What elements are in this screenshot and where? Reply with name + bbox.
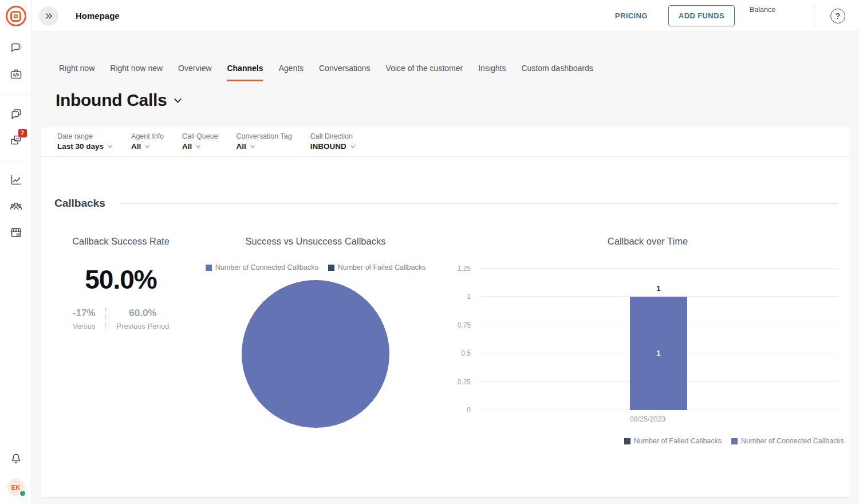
section-divider-line: [119, 203, 838, 204]
filter-label: Agent Info: [131, 132, 164, 140]
kpi-versus-label: Versus: [73, 322, 96, 330]
bar-inside-label: 1: [657, 349, 661, 357]
dashboard-selector[interactable]: Inbound Calls: [56, 90, 859, 110]
tab-custom-dashboards[interactable]: Custom dashboards: [521, 64, 593, 81]
chevron-down-icon: [350, 144, 356, 149]
y-tick-label: 1.25: [458, 265, 471, 273]
pie-chart-block: Success vs Unsuccess Callbacks Number of…: [187, 236, 444, 445]
legend-item: Number of Failed Callbacks: [624, 437, 722, 445]
chevron-down-icon: [195, 144, 201, 149]
sidebar-item-analytics[interactable]: [3, 167, 29, 192]
legend-item: Number of Failed Callbacks: [328, 263, 426, 271]
y-tick-label: 0: [467, 406, 471, 414]
chat-bubble-dots-icon: [9, 41, 23, 55]
kpi-previous-value: 60.0%: [116, 308, 169, 319]
chevron-down-icon: [144, 144, 150, 149]
filter-date-range[interactable]: Date rangeLast 30 days: [57, 132, 113, 151]
tab-agents[interactable]: Agents: [278, 64, 304, 81]
filter-value: All: [237, 142, 292, 151]
question-mark-icon: ?: [836, 11, 841, 21]
collapse-sidebar-button[interactable]: [39, 6, 58, 26]
chevron-down-icon: [107, 144, 113, 149]
kpi-versus-cell: -17% Versus: [62, 308, 106, 330]
stacked-chats-icon: [9, 107, 23, 121]
add-funds-button[interactable]: ADD FUNDS: [668, 5, 735, 26]
sidebar-divider: [0, 94, 32, 94]
double-chevron-right-icon: [44, 11, 54, 21]
dashboard-card: Date rangeLast 30 daysAgent InfoAllCall …: [41, 127, 851, 497]
tab-conversations[interactable]: Conversations: [319, 64, 371, 81]
y-tick-label: 0.25: [458, 378, 471, 386]
tab-voice-of-the-customer[interactable]: Voice of the customer: [386, 64, 463, 81]
chevron-down-icon: [250, 144, 255, 149]
bell-icon: [9, 452, 23, 466]
legend-swatch-icon: [624, 438, 631, 444]
notifications-button[interactable]: [3, 446, 29, 471]
balance-label: Balance: [750, 0, 811, 14]
brand-logo-icon: [6, 6, 26, 26]
legend-swatch-icon: [731, 438, 738, 444]
pricing-link[interactable]: PRICING: [612, 11, 651, 21]
x-axis-label: 08/25/2023: [444, 415, 851, 423]
legend-item: Number of Connected Callbacks: [206, 263, 318, 271]
pie-chart: [242, 280, 389, 428]
tabs: Right nowRight now newOverviewChannelsAg…: [59, 64, 859, 81]
top-header: Homepage PRICING ADD FUNDS Balance ?: [32, 0, 859, 32]
filter-call-queue[interactable]: Call QueueAll: [182, 132, 218, 151]
tab-right-now[interactable]: Right now: [59, 64, 94, 81]
tab-insights[interactable]: Insights: [478, 64, 506, 81]
sidebar-item-contacts[interactable]: [3, 194, 29, 219]
pie-legend: Number of Connected CallbacksNumber of F…: [187, 263, 444, 271]
filter-label: Call Direction: [310, 132, 356, 140]
help-button[interactable]: ?: [830, 9, 845, 23]
page-title: Inbound Calls: [56, 90, 167, 110]
sidebar-item-chat[interactable]: [3, 36, 29, 61]
y-tick-label: 0.75: [458, 321, 471, 329]
filter-value: All: [131, 142, 164, 151]
sidebar-item-inbox[interactable]: 7: [3, 128, 29, 153]
bar-plot: 00.250.50.7511.2511: [479, 269, 838, 410]
user-avatar[interactable]: EK: [7, 479, 25, 496]
filter-bar: Date rangeLast 30 daysAgent InfoAllCall …: [41, 127, 851, 157]
tab-right-now-new[interactable]: Right now new: [110, 64, 163, 81]
kpi-previous-label: Previous Period: [116, 322, 169, 330]
y-tick-label: 1: [467, 293, 471, 301]
avatar-initials: EK: [11, 484, 20, 491]
callbacks-section-header: Callbacks: [54, 197, 838, 210]
kpi-previous-period-cell: 60.0% Previous Period: [105, 308, 179, 330]
kpi-value: 50.0%: [55, 264, 187, 295]
filter-call-direction[interactable]: Call DirectionINBOUND: [310, 132, 356, 151]
section-title: Callbacks: [54, 197, 105, 210]
filter-label: Date range: [57, 132, 113, 140]
legend-swatch-icon: [206, 265, 212, 271]
legend-item: Number of Connected Callbacks: [731, 437, 844, 445]
filter-value: All: [182, 142, 218, 151]
sidebar-item-dev-tools[interactable]: [3, 62, 29, 87]
chevron-down-icon: [173, 96, 183, 105]
bar-legend: Number of Failed CallbacksNumber of Conn…: [444, 437, 851, 445]
tab-overview[interactable]: Overview: [178, 64, 211, 81]
main-content: Right nowRight now newOverviewChannelsAg…: [32, 33, 859, 504]
filter-conversation-tag[interactable]: Conversation TagAll: [237, 132, 292, 151]
filter-value: INBOUND: [310, 142, 356, 151]
line-chart-icon: [9, 173, 23, 187]
bar-stack: 11: [630, 269, 687, 410]
pie-chart-title: Success vs Unsuccess Callbacks: [187, 236, 444, 247]
filter-agent-info[interactable]: Agent InfoAll: [131, 132, 164, 151]
bar-chart-title: Callback over Time: [444, 236, 851, 247]
sidebar-item-conversations[interactable]: [3, 101, 29, 127]
legend-swatch-icon: [328, 265, 334, 271]
kpi-versus-value: -17%: [73, 308, 96, 319]
tab-channels[interactable]: Channels: [227, 64, 263, 81]
app-logo[interactable]: [0, 0, 31, 32]
sidebar-item-marketplace[interactable]: [3, 220, 29, 245]
inbox-badge: 7: [18, 129, 27, 137]
filter-label: Call Queue: [182, 132, 218, 140]
page-breadcrumb: Homepage: [76, 11, 120, 21]
sidebar: 7: [0, 0, 32, 504]
sidebar-divider: [0, 160, 32, 160]
storefront-icon: [9, 226, 23, 239]
y-tick-label: 0.5: [461, 349, 471, 357]
filter-value: Last 30 days: [57, 142, 113, 151]
filter-label: Conversation Tag: [237, 132, 292, 140]
